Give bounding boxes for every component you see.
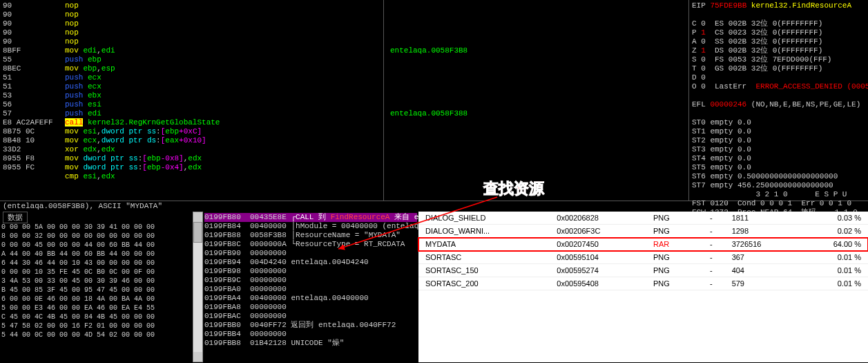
flag-row: T 0 GS 002B 32位 0(FFFFFFFF) <box>692 64 865 73</box>
fpu-row: ST4 empty 0.0 <box>692 154 865 163</box>
stack-row[interactable]: 0199FB90 00000000 <box>204 249 417 258</box>
stack-row[interactable]: 0199FB9C 00000000 <box>204 276 417 285</box>
fpu-status-row: FST 0120 Cond 0 0 0 1 Err 0 0 1 0 <box>692 199 865 208</box>
disasm-row[interactable]: 33D2xor edx,edx <box>3 145 686 154</box>
stack-row[interactable]: 0199FB84 00400000 │hModule = 00400000 (e… <box>204 222 417 231</box>
disasm-row[interactable]: 90nop <box>3 28 686 37</box>
hex-row[interactable]: 5 44 00 0C 00 00 00 4D 54 02 00 00 00 <box>1 331 191 339</box>
disasm-row[interactable]: 8955 F8mov dword ptr ss:[ebp-0x8],edx <box>3 154 686 163</box>
disassembly-panel[interactable]: 90nop90nop90nop90nop90nop8BFFmov edi,edi… <box>0 0 688 201</box>
stack-row[interactable]: 0199FBB0 0040FF72 返回到 entelaqa.0040FF72 <box>204 321 417 330</box>
scroll-up-button[interactable]: ▲ <box>193 212 202 222</box>
disasm-row[interactable]: 51push ecx <box>3 73 686 82</box>
disasm-row[interactable]: 55push ebp <box>3 55 686 64</box>
stack-row[interactable]: 0199FBB4 00000000 <box>204 330 417 339</box>
resource-row[interactable]: SORTASC0x00595104PNG-3670.01 % <box>418 251 868 264</box>
disasm-row[interactable]: 8BECmov ebp,esp <box>3 64 686 73</box>
eip-function: kernel32.FindResourceA <box>751 1 851 10</box>
disasm-row[interactable]: 8B75 0Cmov esi,dword ptr ss:[ebp+0xC] <box>3 127 686 136</box>
stack-row[interactable]: 0199FBA4 00400000 entelaqa.00400000 <box>204 294 417 303</box>
eip-address: 75FDE9BB <box>710 1 746 10</box>
disasm-row[interactable]: 8955 FCmov dword ptr ss:[ebp-0x4],edx <box>3 163 686 172</box>
flag-row: A 0 SS 002B 32位 0(FFFFFFFF) <box>692 37 865 46</box>
resource-row[interactable]: MYDATA0x00207450RAR-372651664.00 % <box>418 238 868 251</box>
disasm-row[interactable]: 90nop <box>3 37 686 46</box>
disasm-row[interactable]: cmp esi,edx <box>3 172 686 181</box>
efl-value: 00000246 <box>710 100 746 109</box>
hex-row[interactable]: B 45 00 85 3F 45 00 95 47 45 00 00 00 <box>1 286 191 295</box>
fpu-row: ST6 empty 0.50000000000000000000 <box>692 172 865 181</box>
stack-row[interactable]: 0199FB8C 0000000A └ResourceType = RT_RCD… <box>204 240 417 249</box>
stack-row[interactable]: 0199FB94 004D4240 entelaqa.004D4240 <box>204 258 417 267</box>
flag-row: O 0 LastErr ERROR_ACCESS_DENIED (0005 <box>692 82 865 91</box>
disasm-row[interactable]: E8 AC2AFEFFcall kernel32.RegKrnGetGlobal… <box>3 118 686 127</box>
stack-row[interactable]: 0199FBA0 00000000 <box>204 285 417 294</box>
hex-row[interactable]: 6 44 30 46 44 00 10 43 00 00 00 00 00 <box>1 259 191 268</box>
hex-row[interactable]: 8 00 00 32 00 00 00 00 00 00 00 00 00 <box>1 232 191 241</box>
resource-row[interactable]: SORTASC_1500x00595274PNG-4040.01 % <box>418 264 868 277</box>
disasm-row[interactable]: 56push esi <box>3 100 686 109</box>
hex-row[interactable]: 3 4A 53 00 33 00 45 00 30 39 46 00 00 <box>1 277 191 286</box>
flag-row: D 0 <box>692 73 865 82</box>
hex-row[interactable]: A 44 00 40 BB 44 00 60 BB 44 00 00 00 <box>1 250 191 259</box>
disasm-row[interactable]: 90nop <box>3 1 686 10</box>
fpu-row: ST2 empty 0.0 <box>692 136 865 145</box>
hex-row[interactable]: 0 00 00 5A 00 00 00 30 39 41 00 00 00 <box>1 223 191 232</box>
disasm-row[interactable]: 57push edientelaqa.0058F388 <box>3 109 686 118</box>
fpu-row: ST0 empty 0.0 <box>692 118 865 127</box>
flag-row: Z 1 DS 002B 32位 0(FFFFFFFF) <box>692 46 865 55</box>
hex-row[interactable]: 5 00 00 E3 46 00 00 EA 46 00 EA E4 55 <box>1 304 191 313</box>
flag-row: C 0 ES 002B 32位 0(FFFFFFFF) <box>692 19 865 28</box>
flag-row: P 1 CS 0023 32位 0(FFFFFFFF) <box>692 28 865 37</box>
fpu-status-row: 3 2 1 0 E S P U <box>692 190 865 199</box>
stack-row[interactable]: 0199FBAC 00000000 <box>204 312 417 321</box>
stack-row[interactable]: 0199FBA8 00000000 <box>204 303 417 312</box>
scroll-thumb[interactable] <box>193 222 202 243</box>
resource-row[interactable]: DIALOG_SHIELD0x00206828PNG-18110.03 % <box>418 212 868 225</box>
hex-row[interactable]: 6 00 00 0E 46 00 00 18 4A 00 BA 4A 00 <box>1 295 191 304</box>
flag-row: S 0 FS 0053 32位 7EFDD000(FFF) <box>692 55 865 64</box>
disasm-row[interactable]: 8B48 10mov ecx,dword ptr ds:[eax+0x10] <box>3 136 686 145</box>
disasm-row[interactable]: 90nop <box>3 10 686 19</box>
resource-row[interactable]: SORTASC_2000x00595408PNG-5790.01 % <box>418 277 868 290</box>
stack-row[interactable]: 0199FB88 0058F3B8 │ResourceName = "MYDAT… <box>204 231 417 240</box>
eip-label: EIP <box>692 1 706 10</box>
hex-row[interactable]: 5 47 58 02 00 00 16 F2 01 00 00 00 00 <box>1 322 191 331</box>
hex-row[interactable]: C 45 00 4C 4B 45 00 84 4B 45 00 00 00 <box>1 313 191 322</box>
fpu-row: ST5 empty 0.0 <box>692 163 865 172</box>
disasm-row[interactable]: 8BFFmov edi,edientelaqa.0058F3B8 <box>3 46 686 55</box>
registers-panel[interactable]: EIP 75FDE9BB kernel32.FindResourceA C 0 … <box>688 0 868 201</box>
disasm-row[interactable]: 51push ecx <box>3 82 686 91</box>
scroll-down-button[interactable]: ▼ <box>193 352 202 362</box>
stack-row[interactable]: 0199FB80 00435E8E ┌CALL 到 FindResourceA … <box>204 213 417 222</box>
hex-row[interactable]: 0 00 00 45 00 00 00 44 00 60 BB 44 00 <box>1 241 191 250</box>
resource-row[interactable]: DIALOG_WARNI...0x00206F3CPNG-12980.02 % <box>418 225 868 238</box>
efl-desc: (NO,NB,E,BE,NS,PE,GE,LE) <box>751 100 860 109</box>
fpu-row: ST1 empty 0.0 <box>692 127 865 136</box>
stack-row[interactable]: 0199FBB8 01B42128 UNICODE "燥" <box>204 339 417 348</box>
hexdump-scrollbar[interactable]: ▲ ▼ <box>193 212 203 362</box>
fpu-row: ST3 empty 0.0 <box>692 145 865 154</box>
disasm-row[interactable]: 53push ebx <box>3 91 686 100</box>
stack-panel[interactable]: 0199FB80 00435E8E ┌CALL 到 FindResourceA … <box>203 212 418 362</box>
hexdump-panel[interactable]: 0 00 00 5A 00 00 00 30 39 41 00 00 008 0… <box>0 212 193 362</box>
stack-row[interactable]: 0199FB98 00000000 <box>204 267 417 276</box>
hex-row[interactable]: 0 00 00 10 35 FE 45 0C B0 0C 00 0F 00 <box>1 268 191 277</box>
hexdump-label: 数据 <box>3 212 28 223</box>
resource-table[interactable]: DIALOG_SHIELD0x00206828PNG-18110.03 %DIA… <box>418 212 868 362</box>
disasm-row[interactable]: 90nop <box>3 19 686 28</box>
fpu-row: ST7 empty 456.25000000000000000 <box>692 181 865 190</box>
